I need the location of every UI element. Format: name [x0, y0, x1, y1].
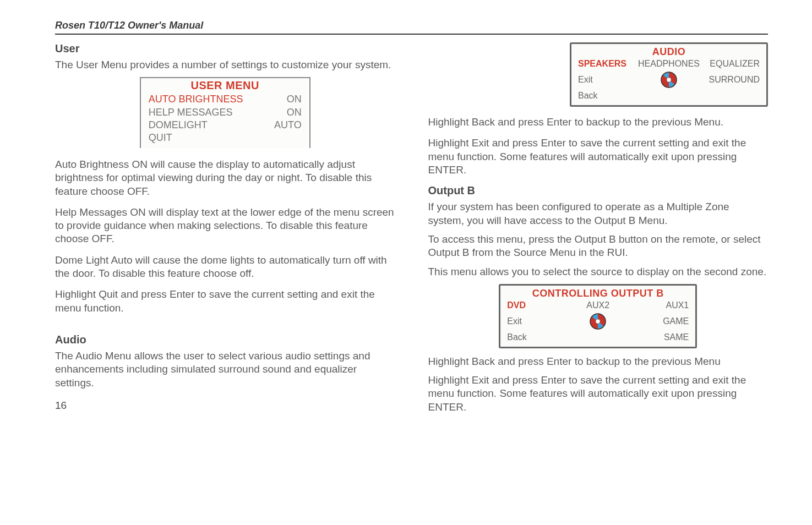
- audio-heading: Audio: [55, 333, 395, 346]
- quit-text: Highlight Quit and press Enter to save t…: [55, 288, 395, 315]
- user-menu-row-value: ON: [287, 106, 302, 119]
- manual-page: Rosen T10/T12 Owner's Manual User The Us…: [0, 0, 812, 438]
- outputb-p3: This menu allows you to select the sourc…: [428, 265, 769, 278]
- outputb-exit-text: Highlight Exit and press Enter to save t…: [428, 374, 769, 414]
- outputb-panel-title: CONTROLLING OUTPUT B: [507, 288, 689, 299]
- audio-equalizer: EQUALIZER: [705, 59, 760, 69]
- audio-back-text: Highlight Back and press Enter to backup…: [428, 116, 769, 129]
- audio-speakers: SPEAKERS: [578, 59, 633, 69]
- auto-brightness-text: Auto Brightness ON will cause the displa…: [55, 158, 395, 198]
- outputb-p1: If your system has been configured to op…: [428, 200, 769, 227]
- user-menu-figure: USER MENU AUTO BRIGHTNESS ON HELP MESSAG…: [140, 77, 310, 148]
- page-number: 16: [55, 400, 395, 412]
- user-heading: User: [55, 42, 395, 55]
- outputb-exit: Exit: [507, 316, 581, 326]
- audio-panel-grid: SPEAKERS HEADPHONES EQUALIZER Exit SURRO…: [578, 59, 760, 101]
- help-messages-text: Help Messages ON will display text at th…: [55, 206, 395, 246]
- user-menu-row-value: AUTO: [274, 119, 302, 132]
- outputb-heading: Output B: [428, 184, 769, 197]
- user-menu-title: USER MENU: [149, 79, 302, 92]
- disc-icon: [638, 71, 700, 89]
- user-menu-row: HELP MESSAGES ON: [149, 106, 302, 119]
- user-menu-row-label: HELP MESSAGES: [149, 106, 233, 119]
- svg-point-3: [596, 319, 600, 324]
- user-menu-row-label: QUIT: [149, 132, 172, 144]
- audio-panel-title: AUDIO: [578, 46, 760, 58]
- svg-point-1: [667, 78, 671, 82]
- outputb-aux1: AUX1: [615, 300, 689, 310]
- outputb-back: Back: [507, 332, 581, 342]
- outputb-p2: To access this menu, press the Output B …: [428, 233, 769, 260]
- right-column: AUDIO SPEAKERS HEADPHONES EQUALIZER Exit…: [428, 42, 769, 422]
- outputb-panel: CONTROLLING OUTPUT B DVD AUX2 AUX1 Exit …: [499, 284, 697, 348]
- user-menu-row: AUTO BRIGHTNESS ON: [149, 93, 302, 106]
- two-column-layout: User The User Menu provides a number of …: [55, 42, 768, 422]
- audio-back: Back: [578, 91, 633, 101]
- spacer: [55, 322, 395, 333]
- audio-exit: Exit: [578, 75, 633, 85]
- outputb-back-text: Highlight Back and press Enter to backup…: [428, 355, 769, 368]
- outputb-same: SAME: [615, 332, 689, 342]
- outputb-panel-grid: DVD AUX2 AUX1 Exit GAME Back SAME: [507, 300, 689, 342]
- audio-surround: SURROUND: [705, 75, 760, 85]
- disc-icon: [586, 313, 609, 330]
- user-intro: The User Menu provides a number of setti…: [55, 58, 395, 72]
- running-head: Rosen T10/T12 Owner's Manual: [55, 20, 768, 35]
- outputb-aux2: AUX2: [586, 300, 609, 310]
- left-column: User The User Menu provides a number of …: [55, 42, 395, 422]
- audio-exit-text: Highlight Exit and press Enter to save t…: [428, 136, 769, 177]
- user-menu-row: QUIT: [149, 132, 302, 144]
- user-menu-row-label: AUTO BRIGHTNESS: [149, 93, 243, 106]
- audio-headphones: HEADPHONES: [638, 59, 700, 69]
- user-menu-row-value: ON: [287, 93, 302, 106]
- dome-light-text: Dome Light Auto will cause the dome ligh…: [55, 254, 395, 281]
- audio-panel: AUDIO SPEAKERS HEADPHONES EQUALIZER Exit…: [570, 42, 768, 107]
- outputb-dvd: DVD: [507, 300, 581, 310]
- outputb-game: GAME: [615, 316, 689, 326]
- user-menu-row-label: DOMELIGHT: [149, 119, 208, 132]
- audio-intro: The Audio Menu allows the user to select…: [55, 349, 395, 390]
- user-menu-row: DOMELIGHT AUTO: [149, 119, 302, 132]
